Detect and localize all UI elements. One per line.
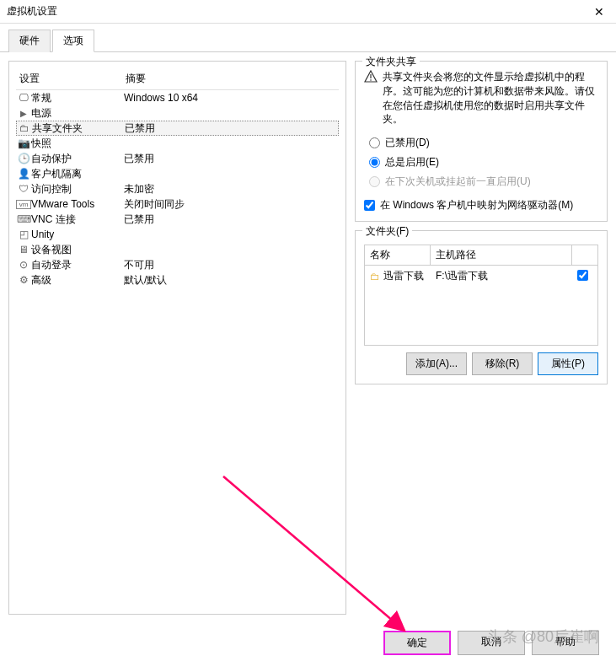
login-icon: ⊙ <box>16 259 31 271</box>
folders-header-check <box>572 245 597 265</box>
list-item-label: VMware Tools <box>31 198 124 210</box>
folder-icon: 🗀 <box>370 271 380 282</box>
checkbox-map-drive-input[interactable] <box>364 200 375 211</box>
folders-table: 名称 主机路径 🗀 迅雷下载 F:\迅雷下载 <box>364 245 598 346</box>
list-item[interactable]: 🗀共享文件夹已禁用 <box>16 121 339 136</box>
list-item-label: 访问控制 <box>31 182 124 196</box>
list-item-label: 电源 <box>31 106 124 121</box>
radio-until-next: 在下次关机或挂起前一直启用(U) <box>369 172 598 191</box>
checkbox-map-drive-label: 在 Windows 客户机中映射为网络驱动器(M) <box>380 198 573 212</box>
row-checkbox[interactable] <box>577 270 588 281</box>
list-item-label: 自动登录 <box>31 258 124 272</box>
list-item-label: 共享文件夹 <box>32 121 125 136</box>
list-item-label: 常规 <box>31 91 124 105</box>
help-button[interactable]: 帮助 <box>532 631 599 655</box>
radio-always-input[interactable] <box>369 157 380 168</box>
remove-button[interactable]: 移除(R) <box>472 352 533 375</box>
warning-text: 共享文件夹会将您的文件显示给虚拟机中的程序。这可能为您的计算机和数据带来风险。请… <box>383 70 598 126</box>
tab-strip: 硬件 选项 <box>0 24 616 52</box>
folder-icon: 🗀 <box>17 122 32 134</box>
list-item-label: 高级 <box>31 273 124 288</box>
list-item-summary: 不可用 <box>124 258 339 272</box>
close-button[interactable]: ✕ <box>582 0 616 24</box>
folders-group: 文件夹(F) 名称 主机路径 🗀 迅雷下载 F:\迅雷下载 添加(A). <box>355 230 608 384</box>
list-item[interactable]: 📷快照 <box>16 136 339 151</box>
list-item-label: 客户机隔离 <box>31 167 124 181</box>
radio-until-next-input <box>369 176 380 187</box>
radio-disabled-label: 已禁用(D) <box>385 136 430 150</box>
guest-icon: 👤 <box>16 168 31 180</box>
monitor-icon: 🖵 <box>16 92 31 104</box>
row-name: 迅雷下载 <box>383 269 424 283</box>
shield-icon: 🛡 <box>16 183 31 195</box>
titlebar: 虚拟机设置 ✕ <box>0 0 616 24</box>
list-item-summary: 已禁用 <box>125 121 338 136</box>
advanced-icon: ⚙ <box>16 274 31 286</box>
list-item[interactable]: ◰Unity <box>16 227 339 242</box>
list-item[interactable]: ⊙自动登录不可用 <box>16 257 339 272</box>
folders-legend: 文件夹(F) <box>362 224 412 239</box>
radio-disabled[interactable]: 已禁用(D) <box>369 133 598 153</box>
checkbox-map-drive[interactable]: 在 Windows 客户机中映射为网络驱动器(M) <box>364 198 598 212</box>
list-item[interactable]: ⌨VNC 连接已禁用 <box>16 212 339 227</box>
properties-button[interactable]: 属性(P) <box>538 352 598 375</box>
tab-options[interactable]: 选项 <box>52 30 94 52</box>
list-item-summary: 未加密 <box>124 182 339 196</box>
settings-list: 设置 摘要 🖵常规Windows 10 x64▶电源🗀共享文件夹已禁用📷快照🕒自… <box>8 61 346 615</box>
list-item[interactable]: 👤客户机隔离 <box>16 166 339 181</box>
list-item-summary: 已禁用 <box>124 212 339 227</box>
folders-header-name[interactable]: 名称 <box>365 245 431 265</box>
list-item[interactable]: ▶电源 <box>16 105 339 121</box>
table-row[interactable]: 🗀 迅雷下载 F:\迅雷下载 <box>365 266 597 287</box>
list-header-device: 设置 <box>16 72 126 86</box>
list-item[interactable]: 🕒自动保护已禁用 <box>16 151 339 166</box>
list-item-summary: Windows 10 x64 <box>124 92 339 104</box>
vnc-icon: ⌨ <box>16 213 31 225</box>
vm-icon: vm <box>16 200 31 209</box>
clock-icon: 🕒 <box>16 153 31 164</box>
list-item-label: VNC 连接 <box>31 212 124 227</box>
add-button[interactable]: 添加(A)... <box>406 352 467 375</box>
list-item-summary: 关闭时间同步 <box>124 197 339 212</box>
radio-always-enabled[interactable]: 总是启用(E) <box>369 153 598 172</box>
list-item-label: Unity <box>31 228 124 240</box>
list-item[interactable]: 🖥设备视图 <box>16 242 339 257</box>
camera-icon: 📷 <box>16 137 31 149</box>
list-item[interactable]: vmVMware Tools关闭时间同步 <box>16 196 339 212</box>
list-item[interactable]: 🛡访问控制未加密 <box>16 181 339 196</box>
list-item-summary: 已禁用 <box>124 152 339 166</box>
list-item-label: 自动保护 <box>31 152 124 166</box>
play-icon: ▶ <box>16 109 31 118</box>
list-header-summary: 摘要 <box>126 72 339 86</box>
cancel-button[interactable]: 取消 <box>458 631 525 655</box>
radio-disabled-input[interactable] <box>369 137 380 148</box>
tab-hardware[interactable]: 硬件 <box>8 30 51 52</box>
ok-button[interactable]: 确定 <box>383 631 451 655</box>
radio-always-label: 总是启用(E) <box>385 155 439 169</box>
window-title: 虚拟机设置 <box>7 4 57 19</box>
list-item[interactable]: ⚙高级默认/默认 <box>16 272 339 288</box>
folder-sharing-group: 文件夹共享 共享文件夹会将您的文件显示给虚拟机中的程序。这可能为您的计算机和数据… <box>355 61 608 222</box>
list-item-label: 设备视图 <box>31 243 124 257</box>
unity-icon: ◰ <box>16 228 31 240</box>
warning-icon <box>364 70 378 83</box>
display-icon: 🖥 <box>16 244 31 255</box>
list-item[interactable]: 🖵常规Windows 10 x64 <box>16 90 339 105</box>
list-item-summary: 默认/默认 <box>124 273 339 288</box>
list-item-label: 快照 <box>31 137 124 151</box>
svg-point-1 <box>370 79 372 81</box>
row-path: F:\迅雷下载 <box>431 267 572 285</box>
folders-header-path[interactable]: 主机路径 <box>431 245 572 265</box>
radio-until-next-label: 在下次关机或挂起前一直启用(U) <box>385 175 531 189</box>
folder-sharing-legend: 文件夹共享 <box>362 55 420 69</box>
